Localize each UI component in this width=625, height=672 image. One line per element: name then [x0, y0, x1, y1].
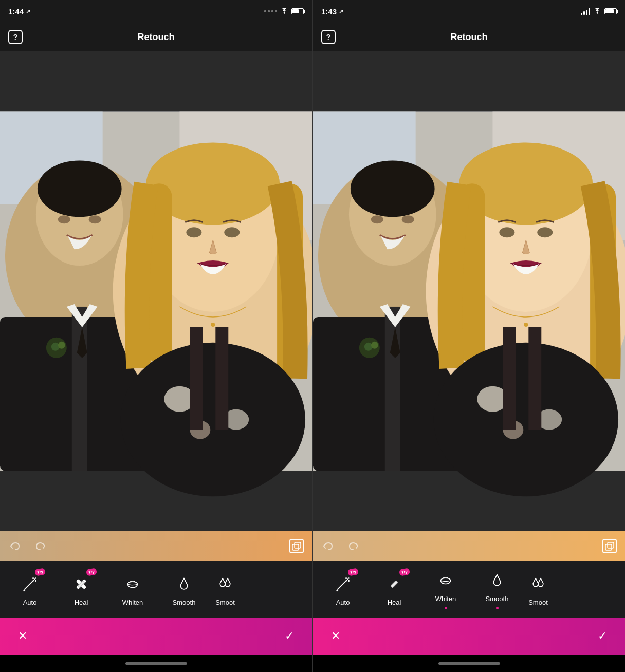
tool-heal-right[interactable]: Try Heal [369, 569, 420, 610]
drop2-icon-left [216, 575, 234, 593]
signal-dots-left [264, 10, 277, 12]
battery-left [291, 8, 304, 14]
tool-auto-icon-wrapper-left: Try [19, 573, 41, 595]
photo-svg-right [313, 51, 625, 531]
heal-icon-left [72, 575, 90, 593]
tool-auto-label-left: Auto [23, 599, 37, 606]
try-badge-heal-right: Try [399, 568, 410, 576]
help-button-left[interactable]: ? [8, 30, 23, 44]
tool-smoot-label-left: Smoot [215, 599, 235, 606]
copy-svg-right [605, 542, 614, 551]
screen-left: 1:44 ↗ [0, 0, 312, 672]
cancel-button-right[interactable]: ✕ [325, 626, 346, 646]
screens-wrapper: 1:44 ↗ [0, 0, 625, 672]
redo-icon-left[interactable] [33, 539, 47, 553]
signal-bars-right [581, 8, 590, 15]
tool-smooth-label-right: Smooth [486, 595, 509, 603]
copy-icon-left[interactable] [289, 539, 304, 553]
help-button-right[interactable]: ? [321, 30, 336, 44]
status-bar-left: 1:44 ↗ [0, 0, 312, 23]
svg-rect-30 [215, 327, 228, 430]
tool-heal-label-right: Heal [388, 599, 401, 606]
svg-point-9 [89, 215, 101, 223]
location-arrow-right: ↗ [339, 8, 343, 15]
nav-title-left: Retouch [138, 32, 175, 43]
tool-auto-right[interactable]: Try Auto [317, 569, 369, 610]
tool-auto-left[interactable]: Try Auto [4, 569, 56, 610]
lips-icon-right [436, 571, 455, 590]
svg-rect-76 [528, 327, 541, 430]
status-bar-right: 1:43 ↗ [313, 0, 625, 23]
home-bar-right [438, 662, 500, 665]
svg-point-61 [371, 342, 378, 349]
tool-whiten-label-left: Whiten [122, 599, 143, 606]
home-indicator-right [313, 655, 625, 672]
svg-line-79 [338, 582, 345, 589]
tool-auto-icon-wrapper-right: Try [332, 573, 354, 595]
svg-point-55 [402, 215, 414, 223]
svg-marker-40 [23, 589, 26, 591]
svg-point-68 [499, 227, 514, 237]
undo-icon-right[interactable] [321, 539, 336, 553]
home-bar-left [125, 662, 187, 665]
dot1 [264, 10, 266, 12]
cancel-button-left[interactable]: ✕ [12, 626, 33, 646]
photo-area-left[interactable] [0, 51, 312, 531]
tool-heal-label-left: Heal [75, 599, 88, 606]
tool-whiten-right[interactable]: Whiten [420, 565, 471, 613]
drop2-icon-right [529, 575, 547, 593]
tool-smooth-right[interactable]: Smooth [471, 565, 523, 613]
nav-bar-left: ? Retouch [0, 23, 312, 51]
tool-heal-icon-wrapper-right: Try [383, 573, 406, 595]
photo-area-right[interactable] [313, 51, 625, 531]
whiten-dot-right [445, 607, 447, 609]
svg-point-69 [537, 227, 553, 237]
undo-icon-left[interactable] [8, 539, 23, 553]
toolbar-right [313, 531, 625, 561]
tool-heal-left[interactable]: Try Heal [56, 569, 107, 610]
action-bar-left: ✕ ✓ [0, 618, 312, 655]
lips-icon-left [123, 575, 142, 593]
bar3 [586, 10, 587, 15]
svg-marker-85 [336, 589, 339, 591]
tool-smoot-label-right: Smoot [528, 599, 548, 606]
location-arrow-left: ↗ [26, 8, 30, 15]
photo-svg-left [0, 51, 312, 531]
tool-whiten-icon-wrapper-right [434, 569, 457, 592]
drop-icon-right [488, 571, 506, 590]
confirm-button-left[interactable]: ✓ [279, 626, 300, 646]
tool-whiten-label-right: Whiten [435, 595, 456, 603]
tools-area-right: Try Auto Try Heal [313, 561, 625, 618]
tool-smoot-right[interactable]: Smoot [523, 569, 554, 610]
toolbar-left-icons [8, 539, 289, 553]
redo-icon-right[interactable] [346, 539, 360, 553]
smooth-dot-right [496, 607, 499, 609]
confirm-button-right[interactable]: ✓ [592, 626, 613, 646]
tool-whiten-icon-wrapper-left [121, 573, 144, 595]
tool-smooth-left[interactable]: Smooth [158, 569, 210, 610]
tool-whiten-left[interactable]: Whiten [107, 569, 158, 610]
tools-area-left: Try Auto Try Heal [0, 561, 312, 618]
svg-rect-32 [292, 544, 299, 550]
svg-rect-11 [72, 307, 87, 471]
svg-rect-57 [385, 307, 400, 471]
wifi-icon-left [280, 8, 288, 14]
svg-point-25 [121, 343, 305, 497]
svg-point-37 [35, 580, 36, 581]
svg-rect-33 [295, 542, 301, 548]
svg-rect-77 [605, 544, 612, 550]
bar4 [589, 8, 590, 15]
svg-point-23 [224, 227, 240, 237]
svg-rect-78 [608, 542, 614, 548]
svg-point-7 [38, 160, 122, 217]
copy-svg-left [292, 542, 301, 551]
wand-icon-left [21, 575, 39, 593]
svg-point-53 [351, 160, 435, 217]
status-center-left [264, 8, 304, 14]
tool-smoot-left[interactable]: Smoot [210, 569, 241, 610]
copy-icon-right[interactable] [602, 539, 617, 553]
status-time-left: 1:44 ↗ [8, 7, 30, 16]
svg-point-22 [186, 227, 201, 237]
status-right-icons [581, 8, 617, 15]
heal-icon-right [385, 575, 403, 593]
